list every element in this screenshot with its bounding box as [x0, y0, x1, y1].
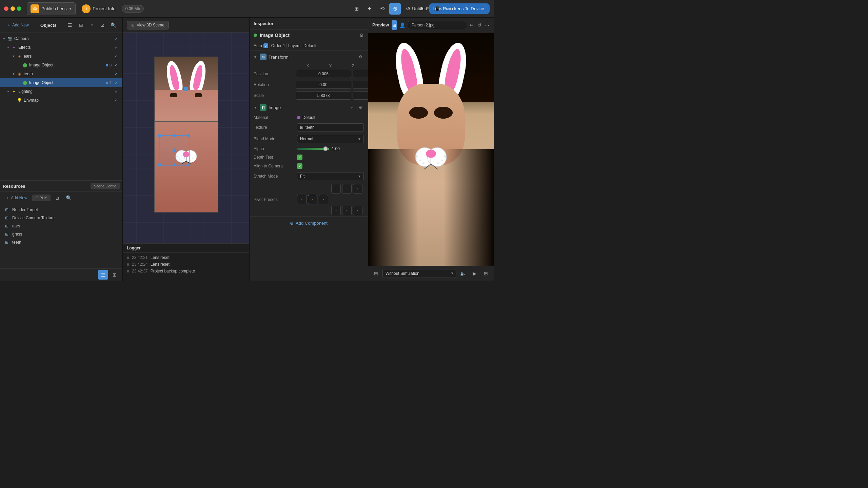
- lighting-visibility[interactable]: ✓: [113, 88, 120, 95]
- pivot-bc[interactable]: [342, 206, 352, 215]
- tree-item-ears[interactable]: ▼ ◈ ears ✓: [0, 52, 122, 61]
- toolbar-layers-icon[interactable]: ⊞: [351, 3, 362, 15]
- position-x-input[interactable]: [296, 70, 351, 78]
- image-check-icon[interactable]: ✓: [349, 104, 356, 111]
- resources-add-new-button[interactable]: ＋ Add New: [3, 194, 30, 202]
- camera-visibility[interactable]: ✓: [113, 35, 120, 42]
- image-obj-teeth-visibility[interactable]: ✓: [113, 79, 120, 86]
- minimize-button[interactable]: [11, 6, 15, 11]
- preview-refresh-icon[interactable]: ↩: [469, 20, 474, 30]
- objects-add-new-button[interactable]: ＋ Add New: [4, 21, 32, 29]
- giphy-button[interactable]: GIPHY: [32, 195, 51, 201]
- scale-y-input[interactable]: [353, 92, 368, 100]
- resource-teeth[interactable]: ⊞ teeth: [0, 238, 122, 246]
- tree-item-image-object-teeth[interactable]: ⬤ Image Object 1 ✓: [0, 78, 122, 87]
- fullscreen-button[interactable]: [17, 6, 21, 11]
- blend-mode-select[interactable]: Normal Multiply Screen Overlay: [297, 135, 364, 143]
- simulation-mode-select[interactable]: Without Simulation With Simulation Devic…: [383, 269, 449, 278]
- pivot-mc[interactable]: [308, 195, 317, 204]
- handle-tr[interactable]: [188, 135, 190, 137]
- scale-x-input[interactable]: [296, 92, 351, 100]
- rotation-x-input[interactable]: [296, 81, 351, 89]
- transform-settings-icon[interactable]: ⚙: [357, 54, 364, 60]
- publish-lens-button[interactable]: ◎ Publish Lens ▼: [27, 2, 76, 15]
- add-component-button[interactable]: ⊕ Add Component: [250, 216, 368, 230]
- hair-left: [368, 149, 418, 266]
- resource-ears[interactable]: ⊞ ears: [0, 222, 122, 230]
- handle-center[interactable]: [173, 149, 176, 152]
- handle-bm[interactable]: [173, 164, 176, 166]
- image-header[interactable]: ▼ ◧ Image ✓ ⚙: [250, 101, 368, 114]
- image-settings-icon[interactable]: ⚙: [357, 104, 364, 111]
- handle-tm[interactable]: [173, 135, 176, 137]
- preview-reload-icon[interactable]: ↺: [477, 20, 482, 30]
- image-obj-ears-visibility[interactable]: ✓: [113, 62, 120, 68]
- envmap-visibility[interactable]: ✓: [113, 97, 120, 104]
- selected-nose-object[interactable]: [174, 147, 198, 168]
- close-button[interactable]: [4, 6, 8, 11]
- resource-grass[interactable]: ⊞ grass: [0, 230, 122, 238]
- toolbar-snap-icon[interactable]: ⟲: [376, 3, 388, 15]
- tree-item-effects[interactable]: ▼ ✦ Effects ✓: [0, 43, 122, 52]
- scene-viewport[interactable]: [123, 33, 249, 243]
- ears-visibility[interactable]: ✓: [113, 53, 120, 60]
- texture-pill[interactable]: ⊞ teeth: [297, 123, 364, 131]
- tree-item-image-object-ears[interactable]: ⬤ Image Object 0 ✓: [0, 61, 122, 69]
- preview-video-icon[interactable]: ▶: [469, 268, 479, 279]
- preview-filename-input[interactable]: [408, 21, 466, 29]
- view-3d-button[interactable]: ⊕ View 3D Scene: [127, 21, 169, 29]
- pivot-br[interactable]: [353, 206, 362, 215]
- effects-visibility[interactable]: ✓: [113, 44, 120, 51]
- preview-person-icon[interactable]: 👤: [399, 20, 405, 30]
- preview-screen-icon[interactable]: ⊞: [371, 268, 381, 279]
- pivot-bl[interactable]: [331, 206, 341, 215]
- auto-checkbox[interactable]: ✓: [263, 43, 268, 48]
- preview-volume-icon[interactable]: 🔈: [458, 268, 468, 279]
- status-active-dot: [254, 34, 257, 37]
- scene-config-tab[interactable]: Scene Config: [91, 183, 120, 189]
- resource-device-camera[interactable]: ⊞ Device Camera Texture: [0, 214, 122, 222]
- pivot-tc[interactable]: [342, 184, 352, 194]
- ear-left-inner: [168, 64, 180, 91]
- align-camera-checkbox[interactable]: ✓: [297, 163, 302, 169]
- objects-grid-icon[interactable]: ⊞: [76, 20, 86, 30]
- alpha-slider[interactable]: 1.00: [297, 146, 364, 151]
- pivot-tl[interactable]: [331, 184, 341, 194]
- titlebar-left: ◎ Publish Lens ▼ i Project Info 0.05 Mb: [4, 2, 144, 15]
- objects-filter-icon[interactable]: ⊿: [98, 20, 107, 30]
- rotation-y-input[interactable]: [353, 81, 368, 89]
- tree-item-teeth[interactable]: ▼ ◈ teeth ✓: [0, 69, 122, 78]
- project-info-button[interactable]: i Project Info: [78, 3, 119, 15]
- transform-header[interactable]: ▼ ⊕ Transform ⚙: [250, 51, 368, 63]
- handle-bl[interactable]: [158, 164, 161, 166]
- handle-tl[interactable]: [158, 135, 161, 137]
- grid-view-button[interactable]: ⊞: [110, 270, 120, 280]
- pivot-tr[interactable]: [353, 184, 362, 194]
- inspector-settings-icon[interactable]: ⚙: [359, 33, 364, 38]
- preview-more-icon[interactable]: ···: [485, 20, 490, 30]
- tree-item-envmap[interactable]: 💡 Envmap ✓: [0, 96, 122, 105]
- handle-br[interactable]: [188, 164, 190, 166]
- objects-sort-icon[interactable]: ≡: [87, 20, 97, 30]
- pivot-ml[interactable]: [297, 195, 307, 204]
- teeth-visibility[interactable]: ✓: [113, 70, 120, 77]
- render-target-icon: ⊞: [4, 207, 9, 212]
- preview-lens-icon[interactable]: ⊞: [392, 20, 397, 30]
- objects-list-icon[interactable]: ☰: [65, 20, 75, 30]
- log-msg-0: Lens reset: [151, 255, 170, 260]
- list-view-button[interactable]: ☰: [98, 270, 108, 280]
- resources-search-icon[interactable]: 🔍: [64, 193, 74, 203]
- toolbar-grid-icon[interactable]: ⊕: [389, 3, 401, 15]
- alpha-slider-thumb[interactable]: [323, 146, 328, 151]
- toolbar-target-icon[interactable]: ✦: [363, 3, 375, 15]
- stretch-mode-select[interactable]: Fit Fill Stretch: [297, 172, 364, 180]
- pivot-mr[interactable]: [319, 195, 328, 204]
- depth-test-checkbox[interactable]: ✓: [297, 155, 302, 160]
- preview-expand-icon[interactable]: ⊞: [481, 268, 491, 279]
- resource-render-target[interactable]: ⊞ Render Target: [0, 206, 122, 214]
- position-y-input[interactable]: [353, 70, 368, 78]
- resources-filter-icon[interactable]: ⊿: [53, 193, 62, 203]
- tree-item-lighting[interactable]: ▼ ✦ Lighting ✓: [0, 87, 122, 96]
- objects-search-icon[interactable]: 🔍: [109, 20, 118, 30]
- tree-item-camera[interactable]: ▼ 📷 Camera ✓: [0, 34, 122, 43]
